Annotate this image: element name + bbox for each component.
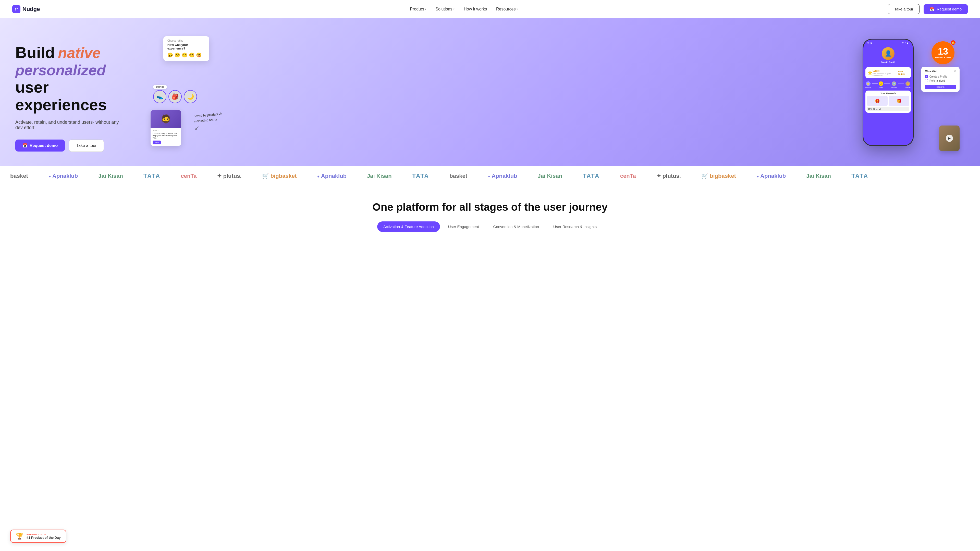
logo-centa: cenTa bbox=[181, 173, 197, 179]
nav-resources[interactable]: Resources ▾ bbox=[496, 7, 518, 11]
platform-section: One platform for all stages of the user … bbox=[0, 186, 980, 242]
discount-banner: 25% Off on all bbox=[867, 107, 909, 111]
checklist-confirm-button[interactable]: Confirm bbox=[925, 85, 956, 89]
nav-actions: Take a tour 📅 Request demo bbox=[888, 4, 968, 14]
chevron-down-icon: ▾ bbox=[453, 8, 455, 11]
logo-jaikisan-4: Jai Kisan bbox=[806, 173, 831, 179]
logo-apnaklub-4: ✦ Apnaklub bbox=[756, 173, 786, 179]
checkbox-2[interactable] bbox=[925, 79, 928, 82]
brand-name: Nudge bbox=[22, 6, 40, 13]
nav-product[interactable]: Product ▾ bbox=[410, 7, 426, 11]
phone-status-bar: 9:41 ●●● ▲ bbox=[863, 40, 913, 45]
emoji-2[interactable]: 😕 bbox=[175, 52, 180, 58]
checklist-close-button[interactable]: ✕ bbox=[953, 69, 956, 73]
video-card[interactable]: ▶ bbox=[939, 125, 959, 151]
logo-jaikisan: Jai Kisan bbox=[98, 173, 123, 179]
nav-how-it-works[interactable]: How it works bbox=[464, 7, 487, 11]
stories-section: Stories 👟 🎒 🌙 bbox=[153, 85, 197, 103]
logos-strip: basket ✦ Apnaklub Jai Kisan TATA cenTa ✦… bbox=[0, 166, 980, 186]
logo-tata: TATA bbox=[143, 172, 161, 179]
logo-tata-3: TATA bbox=[583, 172, 600, 179]
hero-buttons: 📅 Request demo Take a tour bbox=[15, 140, 143, 152]
gold-card: ⭐ Gold Earn 500 more to go to Diamond ti… bbox=[865, 67, 911, 78]
hero-section: Build native personalized user experienc… bbox=[0, 18, 980, 166]
emoji-1[interactable]: 😞 bbox=[167, 52, 173, 58]
rewards-section: Your Rewards 🎁 🎁 25% Off on all bbox=[865, 91, 911, 113]
logo-bigbasket: 🛒 bigbasket bbox=[262, 173, 297, 179]
hero-left: Build native personalized user experienc… bbox=[15, 34, 143, 166]
hero-take-tour-button[interactable]: Take a tour bbox=[69, 140, 104, 152]
nav-links: Product ▾ Solutions ▾ How it works Resou… bbox=[410, 7, 518, 11]
logo-tata-4: TATA bbox=[851, 172, 869, 179]
platform-title: One platform for all stages of the user … bbox=[10, 201, 970, 213]
take-tour-button[interactable]: Take a tour bbox=[888, 4, 920, 14]
chevron-down-icon: ▾ bbox=[425, 8, 426, 11]
logos-track: basket ✦ Apnaklub Jai Kisan TATA cenTa ✦… bbox=[0, 172, 879, 179]
logo-apnaklub-3: ✦ Apnaklub bbox=[488, 173, 517, 179]
logo-bigbasket-2: 🛒 bigbasket bbox=[701, 173, 736, 179]
hero-right: Choose rating How was your experience? 😞… bbox=[143, 34, 965, 166]
tab-conversion[interactable]: Conversion & Monetization bbox=[487, 221, 545, 232]
hero-title: Build native personalized user experienc… bbox=[15, 44, 143, 114]
hero-subtitle: Activate, retain, and understand users- … bbox=[15, 120, 123, 130]
logo-jaikisan-2: Jai Kisan bbox=[367, 173, 392, 179]
tab-research[interactable]: User Research & Insights bbox=[547, 221, 603, 232]
tab-activation[interactable]: Activation & Feature Adoption bbox=[377, 221, 440, 232]
streak-badge: 13 Days in a row 🔔 bbox=[932, 41, 955, 64]
emoji-3[interactable]: 😐 bbox=[182, 52, 187, 58]
logo-icon bbox=[12, 5, 21, 13]
rewards-grid: 🎁 🎁 bbox=[867, 96, 909, 106]
phone-screen: 9:41 ●●● ▲ 👤 Gareth Smith ⭐ Gold Earn 50… bbox=[863, 40, 913, 145]
request-demo-button[interactable]: 📅 Request demo bbox=[924, 4, 968, 14]
progress-bar: ⭐ Member 🏆 Gold 💎 Diamond � bbox=[863, 80, 913, 89]
reward-item-1: 🎁 bbox=[867, 96, 888, 106]
nav-solutions[interactable]: Solutions ▾ bbox=[435, 7, 455, 11]
navbar: Nudge Product ▾ Solutions ▾ How it works… bbox=[0, 0, 980, 18]
play-button[interactable]: ▶ bbox=[946, 135, 953, 142]
arrow-icon: ↙ bbox=[194, 122, 223, 132]
calendar-icon: 📅 bbox=[930, 7, 935, 11]
logo-plutus-2: ✦ plutus. bbox=[656, 173, 681, 179]
checklist-item-2: Refer a friend bbox=[925, 79, 956, 82]
phone-avatar: 👤 Gareth Smith bbox=[863, 45, 913, 65]
logo-tata-2: TATA bbox=[412, 172, 429, 179]
logo-plutus: ✦ plutus. bbox=[217, 173, 242, 179]
phone-mockup: 9:41 ●●● ▲ 👤 Gareth Smith ⭐ Gold Earn 50… bbox=[862, 39, 914, 146]
logo-basket-2: basket bbox=[449, 173, 467, 179]
checkbox-1[interactable]: ✓ bbox=[925, 75, 928, 78]
checklist-item-1: ✓ Create a Profile bbox=[925, 75, 956, 78]
logo-centa-2: cenTa bbox=[620, 173, 636, 179]
emoji-4[interactable]: 😊 bbox=[189, 52, 194, 58]
logo-basket: basket bbox=[10, 173, 28, 179]
onboarding-card: 🧔 Step 2 Create a unique avatar and help… bbox=[151, 110, 181, 146]
avatar-image: 👤 bbox=[882, 47, 894, 60]
story-circle-2[interactable]: 🎒 bbox=[169, 90, 182, 103]
rating-emojis: 😞 😕 😐 😊 😄 bbox=[167, 52, 205, 58]
chevron-down-icon: ▾ bbox=[517, 8, 518, 11]
calendar-icon: 📅 bbox=[22, 143, 27, 148]
onboarding-next-button[interactable]: Next bbox=[153, 141, 161, 144]
logo-apnaklub-2: ✦ Apnaklub bbox=[317, 173, 347, 179]
story-circle-3[interactable]: 🌙 bbox=[184, 90, 197, 103]
reward-item-2: 🎁 bbox=[889, 96, 909, 106]
checklist-card: Checklist ✕ ✓ Create a Profile Refer a f… bbox=[921, 67, 959, 92]
stories-circles: 👟 🎒 🌙 bbox=[153, 90, 197, 103]
emoji-5[interactable]: 😄 bbox=[196, 52, 202, 58]
nav-logo[interactable]: Nudge bbox=[12, 5, 40, 13]
notification-bell: 🔔 bbox=[951, 40, 956, 45]
logo-jaikisan-3: Jai Kisan bbox=[538, 173, 563, 179]
loved-by-text: Loved by product & marketing teams ↙ bbox=[193, 111, 223, 132]
hero-request-demo-button[interactable]: 📅 Request demo bbox=[15, 140, 65, 151]
platform-tabs: Activation & Feature Adoption User Engag… bbox=[10, 221, 970, 232]
rating-card: Choose rating How was your experience? 😞… bbox=[163, 36, 209, 61]
story-circle-1[interactable]: 👟 bbox=[153, 90, 166, 103]
logo-apnaklub: ✦ Apnaklub bbox=[48, 173, 78, 179]
onboarding-image: 🧔 bbox=[151, 110, 181, 128]
tab-engagement[interactable]: User Engagement bbox=[442, 221, 485, 232]
